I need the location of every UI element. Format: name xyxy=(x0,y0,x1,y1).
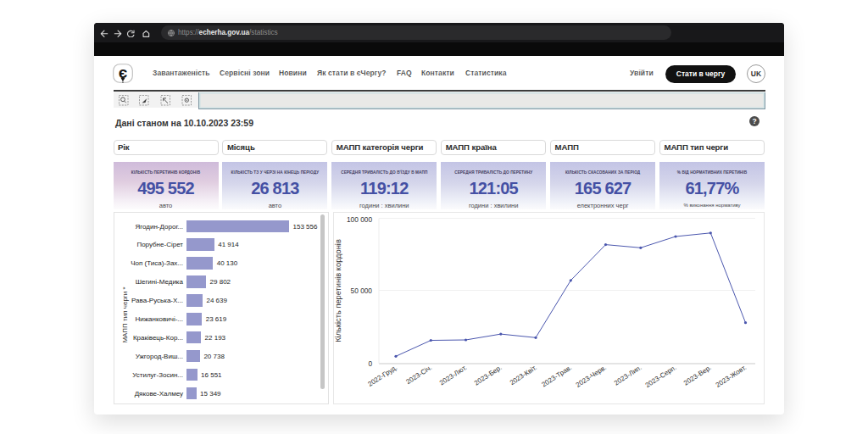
svg-text:є: є xyxy=(119,64,128,81)
